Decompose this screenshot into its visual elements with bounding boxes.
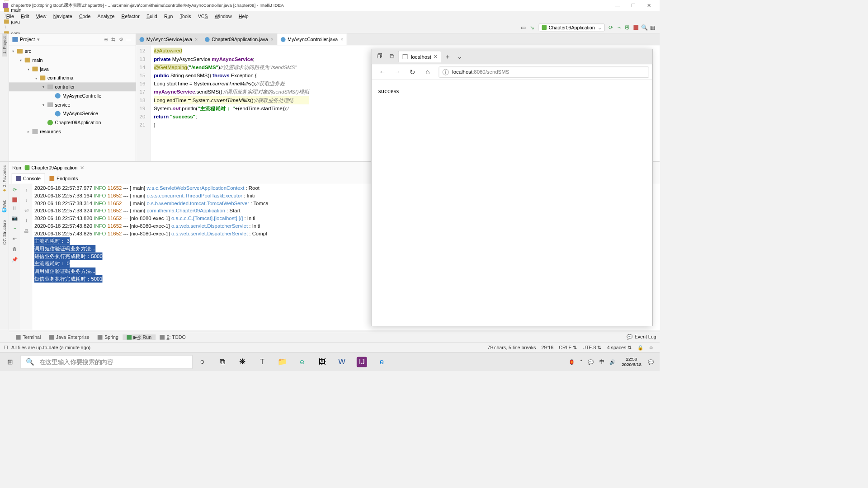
tree-row[interactable]: MyAsyncService (9, 109, 136, 118)
editor-tab[interactable]: Chapter09Application.java× (202, 33, 278, 45)
rerun-icon[interactable]: ⟳ (11, 187, 19, 195)
wrap-icon[interactable]: ⏎ (23, 208, 30, 216)
menu-run[interactable]: Run (160, 11, 176, 21)
browser-forward-button[interactable]: → (390, 68, 405, 75)
tray-volume-icon[interactable]: 🔊 (607, 359, 618, 365)
build-icon[interactable]: ↘ (528, 24, 537, 30)
tool-tab-web[interactable]: 🌐 Web (2, 196, 7, 216)
ide-settings-icon[interactable]: ▦ (649, 24, 657, 30)
up-icon[interactable]: ↑ (23, 187, 30, 195)
stop-icon[interactable] (12, 197, 17, 202)
browser-tabs-menu-icon[interactable]: ⌄ (453, 53, 466, 61)
browser-windows-icon[interactable]: ⧉ (386, 53, 398, 60)
menu-vcs[interactable]: VCS (194, 11, 211, 21)
exit-icon[interactable]: ⌁ (11, 225, 19, 233)
start-button[interactable]: ⊞ (0, 358, 21, 366)
info-icon[interactable]: i (443, 69, 449, 75)
bottom-tab[interactable]: Spring (94, 334, 123, 340)
trash-icon[interactable]: 🗑 (11, 246, 19, 254)
layout-icon[interactable]: ⇤ (11, 236, 19, 244)
scroll-icon[interactable]: ⤓ (23, 218, 30, 226)
tray-notifications-icon[interactable]: 💬 (645, 359, 656, 365)
tool-tab-project[interactable]: 1: Project (2, 33, 7, 56)
menu-window[interactable]: Window (211, 11, 235, 21)
browser-home-button[interactable]: ⌂ (420, 68, 435, 75)
project-hide-icon[interactable]: — (125, 37, 132, 42)
app-icon-1[interactable]: ❋ (232, 357, 252, 366)
taskview-icon[interactable]: ⧉ (212, 357, 232, 366)
breadcrumb-item[interactable]: main (3, 7, 53, 13)
stop-button[interactable] (633, 25, 638, 30)
tree-row[interactable]: ▾service (9, 100, 136, 109)
tool-tab-structure[interactable]: ⌬ 7: Structure (2, 216, 7, 248)
browser-refresh-button[interactable]: ↻ (405, 68, 420, 76)
menu-help[interactable]: Help (235, 11, 252, 21)
run-tab[interactable]: Endpoints (45, 174, 82, 184)
project-gear-icon[interactable]: ⚙ (117, 37, 125, 42)
bottom-tab[interactable]: ▶ 4: Run (123, 334, 156, 340)
run-config-selector[interactable]: Chapter09Application ⌄ (539, 23, 605, 31)
close-button[interactable]: ✕ (641, 3, 657, 8)
tray-wechat-icon[interactable]: 💬 (585, 359, 596, 365)
camera-icon[interactable]: 📷 (11, 216, 19, 223)
taskbar-search[interactable]: 🔍 在这里输入你要搜索的内容 (21, 355, 193, 368)
tool-tab-favorites[interactable]: ★ 2: Favorites (2, 162, 7, 196)
menu-navigate[interactable]: Navigate (50, 11, 75, 21)
browser-recent-icon[interactable]: 🗇 (373, 53, 386, 60)
tree-row[interactable]: ▾com.itheima (9, 74, 136, 83)
bottom-tab[interactable]: Java Enterprise (45, 334, 93, 340)
menu-tools[interactable]: Tools (176, 11, 194, 21)
explorer-icon[interactable]: 📁 (272, 357, 292, 366)
editor-tab[interactable]: MyAsyncService.java× (136, 33, 202, 45)
down-icon[interactable]: ↓ (23, 197, 30, 205)
event-log-tab[interactable]: 💬Event Log (627, 332, 656, 342)
tree-row[interactable]: ▾controller (9, 82, 136, 91)
nav-window-icon[interactable]: ▭ (519, 24, 528, 30)
tree-row[interactable]: ▾main (9, 56, 136, 65)
status-position[interactable]: 29:16 (538, 345, 556, 350)
project-expand-icon[interactable]: ⇆ (109, 37, 117, 42)
browser-back-button[interactable]: ← (375, 68, 390, 75)
status-encoding[interactable]: UTF-8 ⇅ (580, 345, 604, 350)
bottom-tab[interactable]: Terminal (12, 334, 45, 340)
minimize-button[interactable]: — (609, 3, 625, 8)
edge-icon[interactable]: e (372, 357, 392, 366)
browser-address-bar[interactable]: i localhost:8080/sendSMS (439, 66, 649, 77)
tree-row[interactable]: ▾java (9, 65, 136, 74)
pin-icon[interactable]: 📌 (11, 257, 19, 264)
search-icon[interactable]: 🔍 (641, 24, 649, 30)
menu-code[interactable]: Code (75, 11, 94, 21)
debug-button[interactable]: ⌁ (615, 24, 623, 30)
print-icon[interactable]: 🖶 (23, 228, 30, 236)
pause-icon[interactable]: ⏸ (11, 205, 19, 213)
menu-analyze[interactable]: Analyze (94, 11, 118, 21)
project-target-icon[interactable]: ⊕ (102, 37, 110, 42)
maximize-button[interactable]: ☐ (625, 3, 641, 8)
status-indent[interactable]: 4 spaces ⇅ (604, 345, 635, 350)
tree-row[interactable]: ▸resources (9, 127, 136, 136)
tree-row[interactable]: Chapter09Application (9, 118, 136, 127)
tray-up-icon[interactable]: ˄ (577, 359, 585, 365)
browser-newtab-icon[interactable]: ＋ (441, 52, 453, 61)
ie-icon[interactable]: e (292, 357, 312, 366)
app-icon-2[interactable]: T (252, 357, 272, 366)
run-button[interactable]: ⟳ (607, 24, 615, 30)
tray-ime-icon[interactable]: 中 (596, 359, 607, 365)
status-lock-icon[interactable]: 🔒 (634, 345, 646, 350)
bottom-tab[interactable]: 6: TODO (156, 334, 190, 340)
status-inspector-icon[interactable]: ☺ (646, 345, 656, 350)
cortana-icon[interactable]: ○ (193, 357, 212, 366)
app-icon-3[interactable]: 🖼 (312, 357, 332, 366)
tray-lantern-icon[interactable]: 🏮 (566, 359, 577, 365)
menu-build[interactable]: Build (143, 11, 160, 21)
editor-tab[interactable]: MyAsyncController.java× (277, 33, 347, 45)
tree-row[interactable]: MyAsyncControlle (9, 91, 136, 100)
tree-row[interactable]: ▾src (9, 47, 136, 56)
breadcrumb-item[interactable]: java (3, 19, 53, 24)
word-icon[interactable]: W (332, 357, 352, 366)
run-tab[interactable]: Console (12, 174, 45, 184)
run-close-icon[interactable]: ✕ (80, 165, 84, 170)
coverage-button[interactable]: ⛨ (623, 24, 632, 31)
tab-close-icon[interactable]: ✕ (434, 54, 438, 60)
tray-clock[interactable]: 22:58 2020/6/18 (618, 357, 645, 367)
